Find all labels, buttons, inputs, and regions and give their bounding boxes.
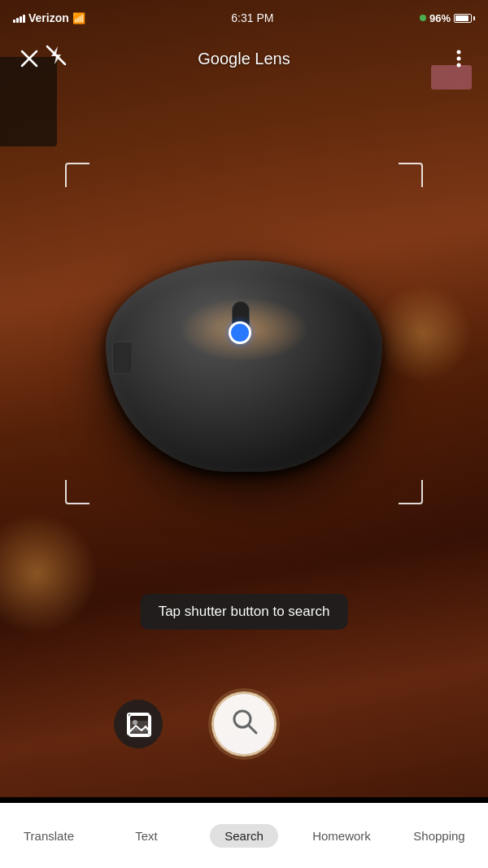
shutter-search-icon bbox=[229, 706, 259, 742]
carrier-label: Verizon bbox=[28, 11, 69, 24]
battery-icon bbox=[454, 14, 475, 23]
status-right: 96% bbox=[420, 12, 475, 24]
svg-point-3 bbox=[456, 57, 460, 61]
signal-bar-4 bbox=[23, 15, 25, 23]
svg-rect-8 bbox=[129, 728, 150, 736]
corner-tr bbox=[399, 163, 423, 187]
app-title: Google Lens bbox=[198, 50, 290, 68]
top-bar: Google Lens bbox=[0, 36, 488, 81]
battery-percent: 96% bbox=[429, 12, 451, 24]
gallery-icon bbox=[127, 713, 150, 735]
tab-homework[interactable]: Homework bbox=[293, 803, 390, 868]
light-left bbox=[0, 513, 98, 635]
signal-bar-3 bbox=[20, 16, 22, 23]
tab-text-label: Text bbox=[135, 829, 158, 843]
corner-tl bbox=[65, 163, 89, 187]
battery-fill bbox=[455, 15, 468, 21]
close-button[interactable] bbox=[13, 42, 46, 75]
gallery-button[interactable] bbox=[114, 700, 163, 748]
status-left: Verizon 📶 bbox=[13, 11, 85, 24]
tooltip-message: Tap shutter button to search bbox=[141, 594, 348, 630]
svg-line-11 bbox=[248, 725, 256, 733]
location-indicator bbox=[420, 15, 426, 21]
svg-point-9 bbox=[133, 720, 137, 725]
flash-icon-button[interactable] bbox=[46, 45, 67, 69]
signal-bars bbox=[13, 13, 25, 23]
signal-bar-1 bbox=[13, 20, 15, 23]
shutter-button[interactable] bbox=[211, 691, 277, 757]
status-time: 6:31 PM bbox=[231, 11, 273, 24]
wifi-icon: 📶 bbox=[72, 12, 85, 24]
more-options-button[interactable] bbox=[442, 42, 475, 75]
tab-search[interactable]: Search bbox=[195, 803, 293, 868]
corner-br bbox=[399, 480, 423, 504]
tab-shopping[interactable]: Shopping bbox=[390, 803, 488, 868]
tab-translate-label: Translate bbox=[24, 829, 74, 843]
svg-point-2 bbox=[456, 50, 460, 55]
tab-homework-label: Homework bbox=[312, 829, 371, 843]
controls-area bbox=[0, 667, 488, 781]
status-bar: Verizon 📶 6:31 PM 96% bbox=[0, 0, 488, 36]
battery-body bbox=[454, 14, 472, 23]
tab-shopping-label: Shopping bbox=[413, 829, 464, 843]
corner-bl bbox=[65, 480, 89, 504]
battery-tip bbox=[473, 16, 475, 20]
signal-bar-2 bbox=[16, 18, 19, 23]
svg-point-4 bbox=[456, 63, 460, 68]
tab-translate[interactable]: Translate bbox=[0, 803, 98, 868]
spacer bbox=[325, 700, 374, 748]
tab-text[interactable]: Text bbox=[98, 803, 195, 868]
tab-search-label: Search bbox=[210, 824, 278, 848]
bottom-tabs: Translate Text Search Homework Shopping bbox=[0, 803, 488, 868]
focus-dot bbox=[229, 321, 251, 344]
